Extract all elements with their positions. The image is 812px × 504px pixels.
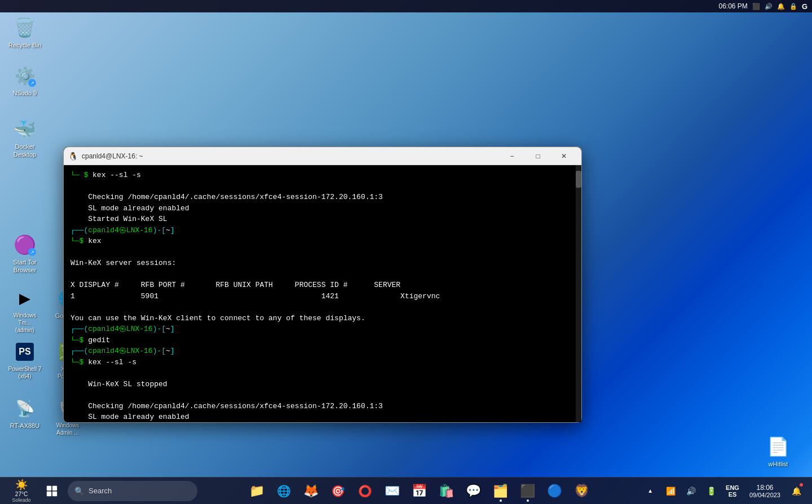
terminal-scrollbar-thumb[interactable] (576, 171, 581, 188)
taskbar-app-mail[interactable]: ✉️ (380, 479, 405, 503)
taskbar-app-chrome[interactable]: 🎯 (326, 479, 351, 503)
search-bar-text: Search (89, 487, 112, 495)
desktop-icon-tor[interactable]: 🟣 ↗ Start Tor Browser (5, 231, 45, 277)
terminal-taskbar-icon: ⬛ (520, 484, 535, 498)
taskbar-app-edge[interactable]: 🌐 (272, 479, 297, 503)
explorer2-icon: 🗂️ (493, 484, 508, 498)
tray-volume-icon[interactable]: 🔊 (682, 480, 700, 502)
term-pg-close: )-[ (153, 325, 166, 333)
rt-ax88u-label: RT-AX88U (10, 422, 39, 430)
search-circle-icon: ⭕ (358, 484, 372, 498)
tray-battery-icon[interactable]: 🔋 (702, 480, 720, 502)
term-prompt-kex2-wrapper: ┌──(cpanld4㉿LNX-16)-[~] (70, 346, 566, 357)
svg-rect-1 (52, 485, 57, 490)
taskbar-right: ▲ 📶 🔊 🔋 ENG ES 18:06 09/04/2023 🔔 (641, 480, 812, 502)
term-output-3: Started Win-KeX SL (70, 214, 566, 225)
top-bar: 06:06 PM ⬛ 🔊 🔔 🔒 G (0, 0, 812, 12)
clock-area[interactable]: 18:06 09/04/2023 (745, 484, 785, 498)
brave-icon: 🦁 (574, 484, 589, 498)
term-blank-3 (70, 269, 566, 280)
lang-area[interactable]: ENG ES (722, 484, 743, 498)
notifications-icon[interactable]: 🔔 (787, 480, 805, 502)
tray-network-icon[interactable]: 📶 (661, 480, 679, 502)
taskbar-app-teams[interactable]: 💬 (461, 479, 486, 503)
taskbar-app-tor2[interactable]: 🔵 (542, 479, 567, 503)
search-bar[interactable]: 🔍 Search (68, 481, 197, 501)
term-line-gedit: └─$ gedit (70, 335, 566, 346)
desktop-icon-recycle-bin[interactable]: 🗑️ Recycle Bin (5, 14, 45, 51)
desktop-icon-powershell[interactable]: PS PowerShell 7(x64) (5, 338, 45, 382)
weather-temp: 27°C (15, 491, 28, 497)
term-prompt2-end: ] (170, 226, 175, 235)
file-explorer-icon: 📁 (249, 484, 264, 498)
weather-widget[interactable]: ☀️ 27°C Soleado (5, 479, 38, 503)
term-blank-6 (70, 390, 566, 401)
desktop-icon-rt-ax88u[interactable]: 📡 RT-AX88U (5, 395, 45, 432)
docker-icon: 🐳 (14, 118, 36, 140)
terminal-maximize-button[interactable]: □ (525, 147, 551, 165)
clock-date: 09/04/2023 (749, 492, 780, 498)
term-cmd-kex2: kex --sl -s (88, 358, 136, 366)
g-icon[interactable]: G (802, 2, 807, 11)
recycle-bin-icon: 🗑️ (14, 16, 36, 39)
terminal-scrollbar[interactable] (576, 165, 581, 422)
term-pk2-bracket: ┌──( (70, 347, 88, 355)
terminal-window[interactable]: 🐧 cpanld4@LNX-16: ~ − □ ✕ └─ $ kex --sl … (63, 147, 582, 423)
start-button[interactable] (41, 480, 63, 502)
desktop-icon-whitelist[interactable]: 📄 wHitlist (758, 433, 798, 470)
term-pk2-close: )-[ (153, 347, 166, 355)
powershell-icon: PS (14, 341, 36, 363)
volume-icon[interactable]: 🔊 (765, 3, 773, 10)
search-bar-icon: 🔍 (74, 487, 84, 496)
svg-rect-3 (52, 491, 57, 496)
taskbar-app-calendar[interactable]: 📅 (407, 479, 432, 503)
tray-up-arrow[interactable]: ▲ (641, 480, 659, 502)
bell-icon[interactable]: 🔔 (777, 3, 785, 10)
term-pk2-user: cpanld4㉿LNX-16 (88, 347, 152, 355)
term-winkex-text: Win-KeX server sessions: (70, 259, 176, 267)
term-conn-text: You can use the Win-KeX client to connec… (70, 314, 365, 322)
windows-tm-icon: ▶ (14, 287, 36, 310)
term-pg-dir: ~ (166, 325, 170, 333)
taskbar-app-file-explorer[interactable]: 📁 (245, 479, 270, 503)
terminal-minimize-button[interactable]: − (499, 147, 525, 165)
terminal-close-button[interactable]: ✕ (551, 147, 577, 165)
monitor-icon[interactable]: ⬛ (752, 3, 760, 10)
terminal-titlebar: 🐧 cpanld4@LNX-16: ~ − □ ✕ (64, 147, 581, 165)
taskbar-app-brave[interactable]: 🦁 (570, 479, 594, 503)
calendar-icon: 📅 (412, 484, 427, 498)
explorer2-active-indicator (500, 499, 502, 502)
desktop-icon-windows-tm[interactable]: ▶ Windows Tm...(admin) (5, 285, 45, 336)
term-th: X DISPLAY # RFB PORT # RFB UNIX PATH PRO… (70, 281, 400, 289)
desktop-icon-docker[interactable]: 🐳 Docker Desktop (5, 116, 45, 161)
term-cmd-1: kex --sl -s (92, 171, 141, 179)
term-dir2: ~ (166, 226, 170, 235)
term-output-check2: Checking /home/cpanld4/.cache/sessions/x… (70, 401, 566, 412)
taskbar-center: 📁 🌐 🦊 🎯 ⭕ ✉️ 📅 🛍️ (197, 479, 641, 503)
terminal-title-text: cpanld4@LNX-16: ~ (82, 152, 143, 160)
notification-dot (800, 483, 803, 487)
taskbar-app-store[interactable]: 🛍️ (434, 479, 459, 503)
whitelist-icon: 📄 (767, 435, 789, 458)
rt-ax88u-icon: 📡 (14, 397, 36, 419)
powershell-label: PowerShell 7(x64) (8, 365, 42, 380)
taskbar-app-explorer2[interactable]: 🗂️ (488, 479, 513, 503)
term-table-row: 1 5901 1421 Xtigervnc (70, 291, 566, 302)
term-winkex-header: Win-KeX server sessions: (70, 258, 566, 269)
term-line-kex: └─$ kex (70, 236, 566, 247)
taskbar-app-search[interactable]: ⭕ (353, 479, 378, 503)
taskbar-app-terminal[interactable]: ⬛ (515, 479, 540, 503)
desktop-icon-nsudo[interactable]: ⚙️ ↗ NSudo 9 (5, 62, 45, 99)
term-pg-end: ] (170, 325, 175, 333)
top-bar-time: 06:06 PM (719, 2, 748, 10)
tor-icon: 🟣 ↗ (14, 233, 36, 256)
svg-rect-2 (47, 491, 51, 496)
taskbar-app-firefox[interactable]: 🦊 (299, 479, 324, 503)
terminal-active-indicator (527, 499, 529, 502)
term-prompt2-close: )-[ (153, 226, 166, 235)
taskbar-left: ☀️ 27°C Soleado 🔍 Search (0, 479, 197, 503)
lock-icon[interactable]: 🔒 (789, 3, 797, 10)
terminal-body[interactable]: └─ $ kex --sl -s Checking /home/cpanld4/… (64, 165, 581, 422)
term-prompt2-bracket: ┌──( (70, 226, 88, 235)
nsudo-label: NSudo 9 (13, 89, 37, 97)
